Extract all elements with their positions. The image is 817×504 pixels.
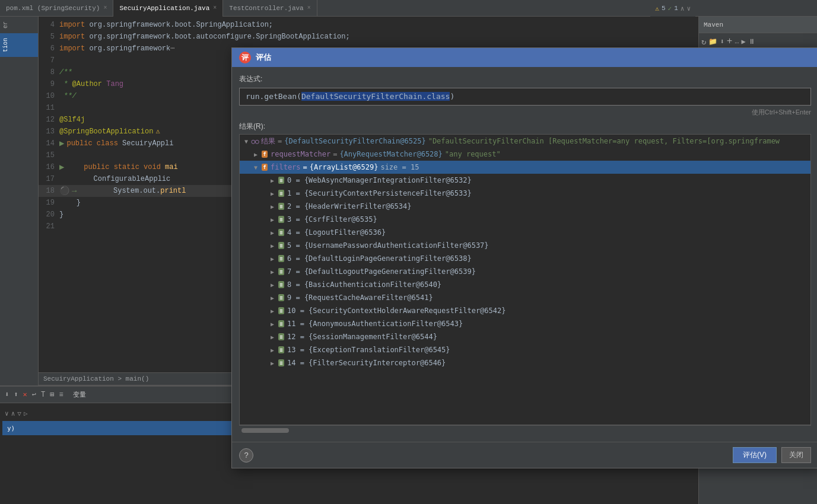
tree-icon-root: ○○	[250, 136, 260, 146]
tree-row-requestmatcher[interactable]: ▶ f requestMatcher = {AnyRequestMatcher@…	[240, 148, 810, 161]
tree-name-filter-5: 5 = {UsernamePasswordAuthenticationFilte…	[287, 241, 489, 250]
tree-row-filter-8[interactable]: ▶ ≡ 8 = {BasicAuthenticationFilter@6540}	[240, 278, 810, 291]
toolbar-up-icon[interactable]: ⬆	[14, 390, 18, 399]
dialog-footer: ? 评估(V) 关闭	[232, 442, 817, 468]
tab-app[interactable]: SecuiryApplication.java ×	[113, 0, 223, 17]
tree-icon-filter-13: ≡	[276, 345, 286, 355]
maven-folder-icon[interactable]: 📁	[708, 37, 717, 46]
tree-arrow-filter-2[interactable]: ▶	[268, 202, 276, 210]
maven-more-icon[interactable]: …	[735, 37, 739, 46]
tree-row-filter-5[interactable]: ▶ ≡ 5 = {UsernamePasswordAuthenticationF…	[240, 239, 810, 252]
tree-arrow-filter-12[interactable]: ▶	[268, 333, 276, 341]
maven-stop-icon[interactable]: ⏸	[748, 37, 755, 46]
line-num-12: 12	[39, 114, 59, 126]
tree-row-filter-10[interactable]: ▶ ≡ 10 = {SecurityContextHolderAwareRequ…	[240, 304, 810, 317]
tree-arrow-filter-3[interactable]: ▶	[268, 215, 276, 224]
tree-arrow-filter-4[interactable]: ▶	[268, 228, 276, 237]
tree-row-filter-9[interactable]: ▶ ≡ 9 = {RequestCacheAwareFilter@6541}	[240, 291, 810, 304]
toolbar-delete-icon[interactable]: ✕	[23, 390, 27, 399]
tree-row-filter-11[interactable]: ▶ ≡ 11 = {AnonymousAuthenticationFilter@…	[240, 317, 810, 330]
tree-row-root[interactable]: ▼ ○○ 结果 = {DefaultSecurityFilterChain@65…	[240, 135, 810, 148]
line-num-17: 17	[39, 173, 59, 185]
tree-arrow-filter-0[interactable]: ▶	[268, 176, 276, 184]
tree-arrow-root[interactable]: ▼	[242, 137, 250, 145]
tree-row-filter-0[interactable]: ▶ ≡ 0 = {WebAsyncManagerIntegrationFilte…	[240, 174, 810, 187]
line-num-5: 5	[39, 31, 59, 43]
nav-up-icon[interactable]: ∧	[681, 5, 685, 12]
bottom-item-text: y)	[7, 425, 15, 432]
tree-row-filter-6[interactable]: ▶ ≡ 6 = {DefaultLoginPageGeneratingFilte…	[240, 252, 810, 265]
tree-arrow-filter-5[interactable]: ▶	[268, 241, 276, 250]
line-num-20: 20	[39, 209, 59, 221]
tree-name-filter-13: 13 = {ExceptionTranslationFilter@6545}	[287, 346, 450, 354]
result-tree[interactable]: ▼ ○○ 结果 = {DefaultSecurityFilterChain@65…	[239, 134, 811, 425]
tree-arrow-filter-7[interactable]: ▶	[268, 267, 276, 276]
tree-arrow-filters[interactable]: ▼	[252, 163, 260, 171]
toolbar-undo-icon[interactable]: ↩	[32, 390, 36, 399]
maven-title: Maven	[704, 21, 723, 28]
maven-add-icon[interactable]: +	[727, 36, 733, 47]
tree-row-filter-12[interactable]: ▶ ≡ 12 = {SessionManagementFilter@6544}	[240, 330, 810, 343]
close-button[interactable]: 关闭	[781, 447, 811, 463]
tab-ctrl-close[interactable]: ×	[307, 5, 311, 11]
tree-icon-filter-5: ≡	[276, 241, 286, 250]
tree-row-filter-13[interactable]: ▶ ≡ 13 = {ExceptionTranslationFilter@654…	[240, 343, 810, 356]
line-num-7: 7	[39, 55, 59, 66]
dialog-scrollbar[interactable]	[239, 425, 811, 435]
maven-run-icon[interactable]: ▶	[741, 37, 745, 46]
tab-app-close[interactable]: ×	[213, 5, 217, 11]
tree-arrow-filter-1[interactable]: ▶	[268, 189, 276, 197]
maven-header: Maven	[699, 17, 817, 33]
toolbar-down-icon[interactable]: ⬇	[5, 390, 9, 399]
tree-name-filters: filters	[271, 163, 301, 171]
check-icon: ✓	[668, 5, 672, 12]
tab-ctrl[interactable]: TestController.java ×	[223, 0, 317, 17]
tree-arrow-filter-10[interactable]: ▶	[268, 307, 276, 315]
dialog-title-icon: 评	[239, 52, 251, 63]
tree-name-filter-14: 14 = {FilterSecurityInterceptor@6546}	[287, 359, 446, 367]
tree-arrow-filter-14[interactable]: ▶	[268, 359, 276, 367]
tree-arrow-filter-8[interactable]: ▶	[268, 280, 276, 289]
toolbar-grid-icon[interactable]: ⊞	[50, 390, 54, 399]
left-panel-er[interactable]: er	[0, 17, 38, 33]
tree-arrow-requestmatcher[interactable]: ▶	[252, 150, 260, 158]
tree-row-filter-2[interactable]: ▶ ≡ 2 = {HeaderWriterFilter@6534}	[240, 200, 810, 213]
tree-row-filter-14[interactable]: ▶ ≡ 14 = {FilterSecurityInterceptor@6546…	[240, 356, 810, 369]
maven-reload-icon[interactable]: ↻	[701, 37, 706, 47]
tree-arrow-filter-9[interactable]: ▶	[268, 294, 276, 302]
tab-pom-close[interactable]: ×	[103, 5, 107, 11]
line-num-8: 8	[39, 66, 59, 78]
tree-name-filter-0: 0 = {WebAsyncManagerIntegrationFilter@65…	[287, 176, 472, 184]
tree-row-filter-7[interactable]: ▶ ≡ 7 = {DefaultLogoutPageGeneratingFilt…	[240, 265, 810, 278]
toolbar-list-icon[interactable]: ≡	[59, 391, 63, 399]
tree-ref-root: {DefaultSecurityFilterChain@6525}	[284, 137, 425, 145]
nav-down-icon[interactable]: ∨	[686, 5, 691, 12]
evaluate-button[interactable]: 评估(V)	[733, 447, 777, 463]
tree-arrow-filter-6[interactable]: ▶	[268, 254, 276, 263]
tree-icon-filter-3: ≡	[276, 215, 286, 224]
tree-row-filter-3[interactable]: ▶ ≡ 3 = {CsrfFilter@6535}	[240, 213, 810, 226]
tree-sep-filters: =	[303, 163, 307, 171]
help-button[interactable]: ?	[239, 448, 253, 462]
tree-row-filters[interactable]: ▼ f filters = {ArrayList@6529} size = 15	[240, 161, 810, 174]
tree-row-filter-1[interactable]: ▶ ≡ 1 = {SecurityContextPersistenceFilte…	[240, 187, 810, 200]
tab-pom[interactable]: pom.xml (SpringSecurity) ×	[0, 0, 113, 17]
tree-arrow-filter-13[interactable]: ▶	[268, 346, 276, 354]
maven-download-icon[interactable]: ⬇	[720, 37, 724, 46]
dialog-hint: 使用Ctrl+Shift+Enter	[239, 108, 811, 117]
tree-name-filter-12: 12 = {SessionManagementFilter@6544}	[287, 333, 437, 341]
line-num-18: 18	[39, 185, 59, 197]
line-content-13: @SpringBootApplication⚠	[59, 126, 160, 138]
tree-icon-filter-12: ≡	[276, 332, 286, 342]
tree-arrow-filter-11[interactable]: ▶	[268, 320, 276, 328]
tree-row-filter-4[interactable]: ▶ ≡ 4 = {LogoutFilter@6536}	[240, 226, 810, 239]
scrollbar-thumb[interactable]	[241, 428, 289, 433]
expression-box[interactable]: run.getBean(DefaultSecurityFilterChain.c…	[239, 88, 811, 106]
expression-suffix: )	[450, 92, 454, 101]
toolbar-text-icon[interactable]: T	[41, 391, 45, 399]
tree-icon-filters: f	[260, 162, 269, 172]
line-content-6: import org.springframework⋯	[59, 43, 174, 55]
tree-name-filter-2: 2 = {HeaderWriterFilter@6534}	[287, 202, 412, 210]
left-panel-tion[interactable]: tion	[0, 33, 38, 57]
line-content-5: import org.springframework.boot.autoconf…	[59, 31, 350, 43]
